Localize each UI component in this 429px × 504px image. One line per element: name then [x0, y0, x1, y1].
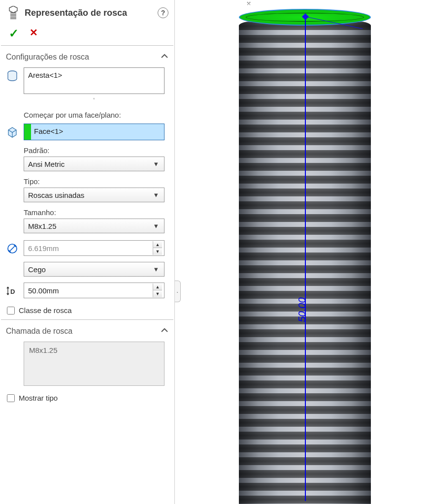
property-manager-panel: Representação de rosca ? ✓ ✕ Configuraçõ…	[0, 0, 175, 504]
diameter-icon	[6, 242, 19, 255]
graphics-viewport[interactable]: ⤧ 50.00	[182, 0, 429, 504]
dimension-line	[305, 19, 306, 501]
thread-class-checkbox[interactable]	[7, 307, 15, 315]
start-face-label: Começar por uma face/plano:	[24, 111, 165, 119]
section-label: Chamada de rosca	[6, 327, 161, 336]
chevron-down-icon: ▾	[152, 159, 160, 168]
edge-selection-value: Aresta<1>	[28, 71, 62, 79]
spacer-icon	[6, 109, 19, 122]
standard-select[interactable]: Ansi Metric ▾	[24, 157, 165, 171]
depth-row: D 50.00mm ▲▼	[0, 282, 174, 299]
show-type-label: Mostrar tipo	[19, 394, 58, 402]
section-thread-settings-header[interactable]: Configurações de rosca	[0, 46, 174, 66]
size-select[interactable]: M8x1.25 ▾	[24, 219, 165, 233]
end-condition-select[interactable]: Cego ▾	[24, 262, 165, 277]
chevron-down-icon: ▾	[152, 190, 160, 199]
help-button[interactable]: ?	[158, 7, 168, 18]
stepper-buttons[interactable]: ▲▼	[153, 284, 162, 297]
thread-callout-box: M8x1.25	[24, 342, 165, 386]
stepper-buttons: ▲▼	[153, 241, 162, 255]
face-selection-value: Face<1>	[34, 127, 63, 135]
section-label: Configurações de rosca	[6, 53, 161, 62]
thread-callout-value: M8x1.25	[29, 346, 58, 354]
spacer-icon	[6, 144, 19, 157]
spacer-icon	[6, 344, 19, 356]
titlebar: Representação de rosca ?	[0, 0, 174, 25]
spacer-icon	[6, 206, 19, 219]
type-select[interactable]: Roscas usinadas ▾	[24, 188, 165, 202]
face-selection-box[interactable]: Face<1>	[24, 124, 165, 140]
confirm-bar: ✓ ✕	[0, 25, 174, 45]
show-type-row[interactable]: Mostrar tipo	[0, 387, 174, 407]
threaded-cylinder-preview: 50.00	[239, 9, 371, 504]
end-condition-row: Cego ▾	[0, 261, 174, 278]
size-value: M8x1.25	[28, 222, 152, 230]
type-label: Tipo:	[24, 177, 165, 186]
end-condition-value: Cego	[28, 265, 152, 274]
feature-title: Representação de rosca	[25, 8, 153, 18]
cylinder-edge-icon	[6, 69, 19, 82]
resize-handle-icon[interactable]: ◦	[24, 95, 165, 102]
standard-label: Padrão:	[24, 146, 165, 155]
cancel-button[interactable]: ✕	[30, 27, 38, 40]
size-label: Tamanho:	[24, 208, 165, 217]
dimension-origin	[305, 16, 305, 17]
callout-row: M8x1.25	[0, 341, 174, 387]
spacer-icon	[6, 175, 19, 188]
panel-drag-handle[interactable]	[175, 281, 181, 302]
start-face-row: Começar por uma face/plano:	[0, 106, 174, 123]
type-row: Tipo: Roscas usinadas ▾	[0, 172, 174, 203]
type-value: Roscas usinadas	[28, 191, 152, 199]
spacer-icon	[6, 264, 19, 277]
chevron-down-icon: ▾	[152, 265, 160, 274]
standard-value: Ansi Metric	[28, 160, 152, 168]
section-thread-callout-header[interactable]: Chamada de rosca	[0, 320, 174, 341]
face-icon	[6, 126, 19, 138]
diameter-value: 6.619mm	[28, 244, 153, 252]
collapse-icon	[161, 53, 169, 62]
svg-text:D: D	[10, 288, 15, 295]
ok-button[interactable]: ✓	[9, 27, 19, 40]
depth-icon: D	[6, 284, 19, 297]
size-row: Tamanho: M8x1.25 ▾	[0, 203, 174, 234]
standard-row: Padrão: Ansi Metric ▾	[0, 141, 174, 172]
depth-input[interactable]: 50.00mm ▲▼	[24, 283, 165, 298]
view-triad-icon: ⤧	[246, 0, 251, 7]
diameter-row: 6.619mm ▲▼	[0, 239, 174, 257]
depth-value: 50.00mm	[28, 286, 153, 295]
diameter-input: 6.619mm ▲▼	[24, 240, 165, 256]
chevron-down-icon: ▾	[152, 221, 160, 230]
start-face-select-row: Face<1>	[0, 123, 174, 141]
show-type-checkbox[interactable]	[7, 394, 15, 402]
dimension-label[interactable]: 50.00	[297, 297, 308, 322]
edge-selection-box[interactable]: Aresta<1>	[24, 67, 165, 94]
thread-class-label: Classe de rosca	[19, 306, 72, 315]
cosmetic-thread-icon	[7, 6, 20, 20]
thread-class-row[interactable]: Classe de rosca	[0, 299, 174, 319]
edge-selection-row: Aresta<1> ◦	[0, 66, 174, 106]
collapse-icon	[161, 327, 169, 336]
